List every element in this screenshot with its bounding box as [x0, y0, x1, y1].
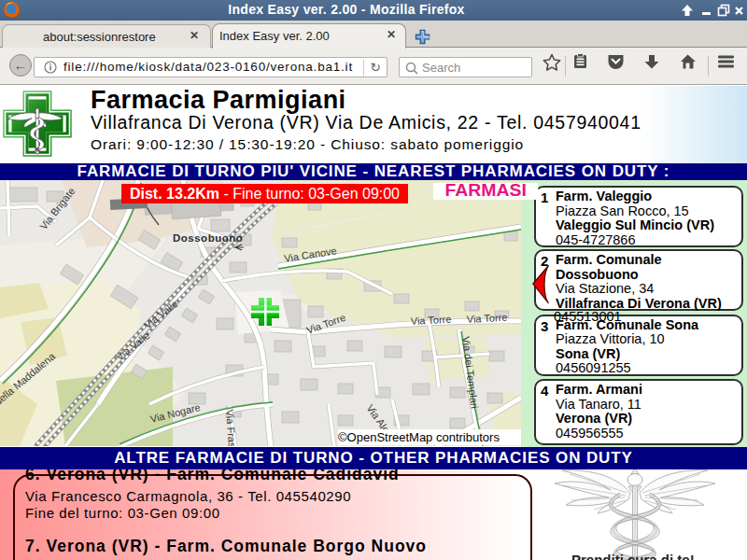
svg-text:Dossobuono: Dossobuono — [173, 232, 243, 244]
svg-text:Via Torre: Via Torre — [410, 314, 451, 327]
svg-text:Via Torre: Via Torre — [466, 312, 507, 325]
